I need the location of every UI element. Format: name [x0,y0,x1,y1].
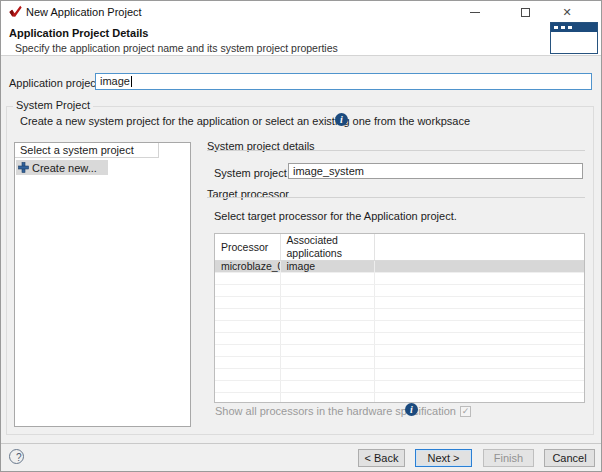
system-project-name-value: image_system [293,165,364,177]
processor-table-body: microblaze_0 image [215,261,584,404]
create-new-label: Create new... [32,162,97,174]
maximize-button[interactable] [507,1,543,23]
next-button[interactable]: Next > [415,449,472,467]
table-empty-row [215,297,584,309]
system-project-group-label: System Project [13,99,93,111]
info-icon[interactable]: i [335,113,348,126]
system-project-name-input[interactable]: image_system [288,163,583,179]
target-processor-title: Target processor [207,188,289,200]
table-empty-row [215,369,584,381]
table-row-microblaze[interactable]: microblaze_0 image [215,261,584,273]
show-all-processors-checkbox[interactable]: ✓ [460,406,471,417]
table-empty-row [215,393,584,404]
cancel-button[interactable]: Cancel [544,449,595,467]
table-empty-row [215,321,584,333]
window-title: New Application Project [26,1,142,23]
help-button[interactable]: ? [9,449,24,464]
text-caret [131,76,132,87]
section-divider [207,197,585,198]
system-project-description: Create a new system project for the appl… [20,115,470,127]
maximize-icon [521,8,530,17]
wizard-banner-icon [550,22,598,54]
target-processor-description: Select target processor for the Applicat… [214,210,457,222]
new-application-project-dialog: New Application Project ✕ Application Pr… [0,0,602,472]
plus-icon [18,162,29,173]
applications-cell: image [280,261,374,273]
info-icon[interactable]: i [405,403,418,416]
wizard-header: Application Project Details Specify the … [1,23,601,56]
system-project-list-header[interactable]: Select a system project [15,143,159,158]
table-header-row: Processor Associated applications [215,234,584,261]
minimize-icon [470,12,480,13]
show-all-processors-label: Show all processors in the hardware spec… [215,405,456,417]
create-new-item[interactable]: Create new... [16,160,108,175]
finish-button[interactable]: Finish [483,449,534,467]
column-header-blank[interactable] [374,234,584,261]
minimize-button[interactable] [457,1,493,23]
footer-divider [1,443,601,444]
show-all-processors-row: Show all processors in the hardware spec… [215,405,471,417]
table-empty-row [215,333,584,345]
table-empty-row [215,285,584,297]
table-empty-row [215,273,584,285]
processor-cell: microblaze_0 [215,261,280,273]
title-bar[interactable]: New Application Project ✕ [1,1,601,23]
section-divider [207,150,585,151]
system-project-list[interactable]: Select a system project Create new... [14,142,191,427]
xilinx-logo-icon [9,5,22,18]
table-empty-row [215,357,584,369]
table-empty-row [215,345,584,357]
page-subtitle: Specify the application project name and… [15,42,338,54]
application-project-name-input[interactable]: image [95,73,592,90]
column-header-processor[interactable]: Processor [215,234,280,261]
back-button[interactable]: < Back [358,449,405,467]
table-empty-row [215,381,584,393]
banner-titlebar [551,23,597,32]
close-icon: ✕ [562,7,571,18]
column-header-associated-applications[interactable]: Associated applications [280,234,374,261]
processor-table[interactable]: Processor Associated applications microb… [214,233,585,403]
application-project-name-value: image [100,75,130,87]
page-title: Application Project Details [9,27,148,39]
table-empty-row [215,309,584,321]
close-button[interactable]: ✕ [549,1,585,23]
